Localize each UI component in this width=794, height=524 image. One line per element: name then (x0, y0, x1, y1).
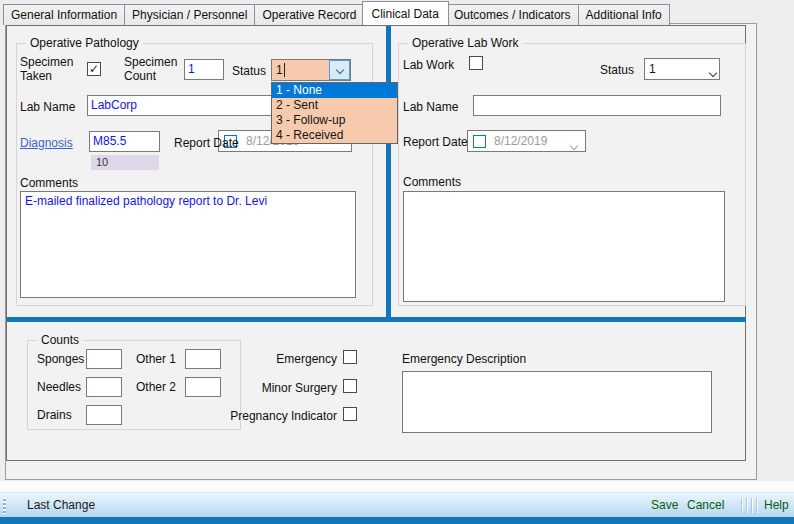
diagnosis-input[interactable]: M85.5 (89, 131, 160, 152)
diagnosis-detail-field: 10 (91, 155, 159, 170)
group-title: Counts (37, 333, 83, 347)
text-caret (284, 63, 285, 77)
emergency-label: Emergency (200, 352, 337, 366)
report-date-value: 8/12/2019 (494, 134, 547, 148)
form-gap (0, 481, 794, 492)
tab-label: Physician / Personnel (132, 8, 247, 22)
tab-label: Additional Info (586, 8, 662, 22)
minor-surgery-checkbox[interactable] (343, 379, 357, 393)
chevron-down-icon (710, 65, 716, 79)
save-button[interactable]: Save (651, 498, 678, 512)
status-option[interactable]: 3 - Follow-up (272, 113, 397, 128)
status-option-label: 2 - Sent (276, 98, 318, 112)
tab[interactable]: Clinical Data (362, 1, 449, 25)
status-combo-value: 1 (276, 63, 283, 77)
comments-textarea[interactable]: E-mailed finalized pathology report to D… (20, 191, 356, 298)
lab-work-label: Lab Work (403, 58, 454, 72)
status-option-label: 4 - Received (276, 128, 343, 142)
specimen-count-label: Specimen Count (124, 55, 186, 83)
status-label: Status (600, 63, 634, 77)
status-option-label: 3 - Follow-up (276, 113, 345, 127)
clinical-data-window: General Information Physician / Personne… (0, 0, 794, 524)
lab-name-label: Lab Name (20, 100, 75, 114)
comments-label: Comments (403, 175, 461, 189)
tab-label: Operative Record (262, 8, 356, 22)
emergency-checkbox[interactable] (343, 350, 357, 364)
lab-name-label: Lab Name (403, 100, 458, 114)
count-item: Needles (37, 377, 122, 397)
tab-label: Outcomes / Indicators (454, 8, 571, 22)
statusbar-grip[interactable] (3, 497, 6, 514)
count-item: Sponges (37, 349, 122, 369)
count-input[interactable] (86, 349, 122, 369)
report-date-label: Report Date (403, 135, 468, 149)
emergency-description-label: Emergency Description (402, 352, 526, 366)
count-label: Needles (37, 380, 86, 394)
counts-grid: Sponges Other 1 Needles Other 2 Drains (37, 349, 221, 425)
tab[interactable]: Operative Record (254, 4, 364, 25)
vertical-divider (386, 26, 391, 318)
tab[interactable]: Outcomes / Indicators (446, 4, 579, 25)
tab-label: General Information (11, 8, 117, 22)
lab-work-checkbox[interactable] (469, 56, 483, 70)
tab[interactable]: Additional Info (578, 4, 670, 25)
lab-name-input[interactable] (473, 95, 721, 116)
cancel-button[interactable]: Cancel (687, 498, 724, 512)
tab-bar: General Information Physician / Personne… (3, 1, 669, 25)
count-input[interactable] (86, 405, 122, 425)
status-dropdown-list: 1 - None 2 - Sent 3 - Follow-up 4 - Rece… (271, 82, 398, 144)
report-date-control[interactable]: 8/12/2019 (467, 130, 586, 152)
specimen-taken-checkbox[interactable]: ✓ (87, 62, 101, 76)
report-date-checkbox[interactable] (473, 135, 486, 148)
statusbar: Last Change Save Cancel Help (0, 492, 794, 517)
count-item: Drains (37, 405, 122, 425)
pregnancy-indicator-label: Pregnancy Indicator (200, 409, 337, 423)
help-button[interactable]: Help (764, 498, 789, 512)
specimen-taken-label: Specimen Taken (20, 55, 82, 83)
count-label: Drains (37, 408, 86, 422)
count-label: Other 1 (136, 352, 185, 366)
horizontal-divider (7, 317, 746, 322)
combo-dropdown-button[interactable] (329, 60, 350, 80)
minor-surgery-label: Minor Surgery (200, 381, 337, 395)
status-option-label: 1 - None (276, 83, 322, 97)
count-label: Sponges (37, 352, 86, 366)
status-label: Status (232, 64, 266, 78)
status-option[interactable]: 1 - None (272, 83, 397, 98)
comments-label: Comments (20, 176, 78, 190)
group-title: Operative Pathology (26, 36, 143, 50)
emergency-description-textarea[interactable] (402, 371, 712, 433)
chevron-down-icon (335, 66, 343, 74)
status-option[interactable]: 2 - Sent (272, 98, 397, 113)
tab[interactable]: General Information (3, 4, 125, 25)
comments-textarea[interactable] (403, 191, 725, 302)
report-date-label: Report Date (174, 136, 239, 150)
pregnancy-indicator-checkbox[interactable] (343, 407, 357, 421)
last-change-label: Last Change (27, 498, 95, 512)
status-combobox[interactable]: 1 (644, 58, 720, 80)
count-input[interactable] (86, 377, 122, 397)
status-option[interactable]: 4 - Received (272, 128, 397, 143)
group-title: Operative Lab Work (408, 36, 523, 50)
specimen-count-input[interactable]: 1 (184, 59, 224, 80)
status-combo-value: 1 (649, 62, 656, 76)
toolbar-separator (741, 498, 757, 513)
tab[interactable]: Physician / Personnel (124, 4, 255, 25)
diagnosis-link[interactable]: Diagnosis (20, 136, 73, 150)
window-bottom-accent (0, 517, 794, 524)
tab-label: Clinical Data (372, 7, 439, 21)
chevron-down-icon (571, 138, 577, 152)
count-label: Other 2 (136, 380, 185, 394)
status-combobox[interactable]: 1 (271, 59, 351, 81)
